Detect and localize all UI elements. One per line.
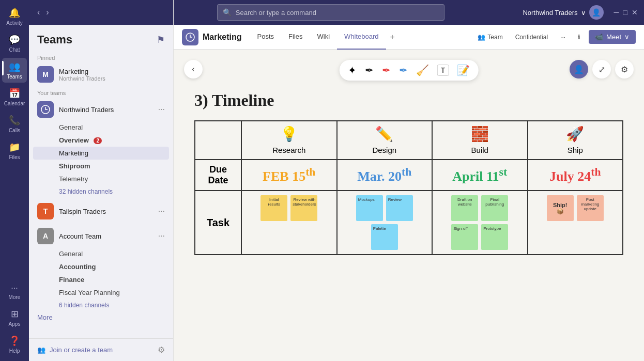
date-jul: July 24th xyxy=(528,160,623,191)
ship-label: Ship xyxy=(568,146,583,154)
timeline-table: 💡 Research ✏️ Design 🧱 Build 🚀 xyxy=(194,120,623,255)
team-button[interactable]: 👥 Team xyxy=(473,32,507,43)
channel-fiscal[interactable]: Fiscal Year Planning xyxy=(33,286,169,299)
close-button[interactable]: ✕ xyxy=(632,8,638,17)
rail-item-activity[interactable]: 🔔 Activity xyxy=(2,4,27,29)
sticky-initial-results: Initial results xyxy=(260,195,287,221)
nav-arrows: ‹ › xyxy=(35,7,51,18)
forward-arrow[interactable]: › xyxy=(44,7,51,18)
timeline-container: 3) Timeline 💡 Research ✏️ Design xyxy=(194,91,623,351)
channel-marketing[interactable]: Marketing xyxy=(33,147,169,160)
task-design: Mockups Review Palette xyxy=(337,191,433,255)
your-teams-label: Your teams xyxy=(33,86,169,98)
channel-finance[interactable]: Finance xyxy=(33,273,169,286)
filter-icon[interactable]: ⚑ xyxy=(157,34,165,45)
info-button[interactable]: ℹ xyxy=(574,32,585,43)
search-bar[interactable]: 🔍 xyxy=(217,4,444,21)
rail-label-calendar: Calendar xyxy=(4,101,25,106)
wb-tool-pen-red[interactable]: ✒ xyxy=(382,64,391,76)
channel-accounting[interactable]: Accounting xyxy=(33,260,169,273)
channel-general-1[interactable]: General xyxy=(33,121,169,134)
wb-tool-pen-black[interactable]: ✒ xyxy=(365,64,374,76)
northwind-avatar xyxy=(37,101,54,118)
phase-ship: 🚀 Ship xyxy=(528,121,623,160)
rail-item-calendar[interactable]: 📅 Calendar xyxy=(2,85,27,109)
pinned-marketing[interactable]: M Marketing Northwind Traders xyxy=(33,63,169,86)
search-input[interactable] xyxy=(236,9,439,17)
meet-label: Meet xyxy=(606,33,621,41)
info-icon: ℹ xyxy=(578,34,580,41)
join-icon: 👥 xyxy=(37,346,45,354)
channel-hidden-1[interactable]: 32 hidden channels xyxy=(33,185,169,198)
join-team-button[interactable]: 👥 Join or create a team xyxy=(37,346,113,354)
design-label: Design xyxy=(372,146,396,154)
tab-files[interactable]: Files xyxy=(281,25,310,50)
rail-label-teams: Teams xyxy=(7,74,22,80)
account-dots[interactable]: ··· xyxy=(158,231,165,241)
rail-label-apps: Apps xyxy=(9,321,21,327)
rail-item-help[interactable]: ❓ Help xyxy=(2,332,27,357)
channel-shiproom[interactable]: Shiproom xyxy=(33,160,169,172)
maximize-button[interactable]: □ xyxy=(623,8,627,17)
top-right: Northwind Traders ∨ 👤 ─ □ ✕ xyxy=(523,5,638,20)
team-tailspin[interactable]: T Tailspin Traders ··· xyxy=(33,200,169,223)
wb-tool-sticky[interactable]: 📝 xyxy=(457,64,470,76)
rail-item-chat[interactable]: 💬 Chat xyxy=(2,31,27,56)
wb-tool-pen-blue[interactable]: ✒ xyxy=(399,64,408,76)
wb-participant-button[interactable]: 👤 xyxy=(570,60,588,79)
wb-tool-select[interactable]: ✦ xyxy=(348,64,357,76)
meet-chevron: ∨ xyxy=(624,33,630,41)
channel-overview[interactable]: Overview 2 xyxy=(33,134,169,147)
settings-icon[interactable]: ⚙ xyxy=(158,345,165,355)
main-area: 🔍 Northwind Traders ∨ 👤 ─ □ ✕ Marketing xyxy=(174,0,644,361)
phase-design: ✏️ Design xyxy=(337,121,433,160)
sticky-review-stakeholders: Review with stakeholders xyxy=(290,195,317,221)
wb-settings-button[interactable]: ⚙ xyxy=(615,60,634,79)
wb-back-button[interactable]: ‹ xyxy=(184,60,203,79)
left-rail: 🔔 Activity 💬 Chat 👥 Teams 📅 Calendar 📞 C… xyxy=(0,0,29,361)
sticky-ship: Ship! 📦 xyxy=(547,195,574,221)
wb-share-button[interactable]: ⤢ xyxy=(592,60,611,79)
more-teams-label[interactable]: More xyxy=(33,311,169,323)
task-row: Task Initial results Review with stakeho… xyxy=(195,191,623,255)
rail-item-more[interactable]: ··· More xyxy=(2,280,27,303)
back-arrow[interactable]: ‹ xyxy=(35,7,42,18)
tailspin-dots[interactable]: ··· xyxy=(158,207,165,216)
task-label: Task xyxy=(195,191,241,255)
northwind-info: Northwind Traders xyxy=(59,106,158,114)
calls-icon: 📞 xyxy=(9,115,20,126)
rail-item-files[interactable]: 📁 Files xyxy=(2,138,27,163)
due-date-label: DueDate xyxy=(195,160,241,191)
team-northwind[interactable]: Northwind Traders ··· xyxy=(33,98,169,121)
wb-tool-text[interactable]: T xyxy=(437,65,449,76)
tab-whiteboard[interactable]: Whiteboard xyxy=(337,25,386,50)
wb-actions: 👤 ⤢ ⚙ xyxy=(570,60,634,79)
tab-posts[interactable]: Posts xyxy=(250,25,282,50)
confidential-button[interactable]: Confidential xyxy=(511,32,552,43)
task-ship: Ship! 📦 Post marketing update xyxy=(528,191,623,255)
header-right: 👥 Team Confidential ··· ℹ 📹 Meet ∨ xyxy=(473,30,636,44)
user-info[interactable]: Northwind Traders ∨ 👤 xyxy=(523,5,603,20)
more-options-button[interactable]: ··· xyxy=(556,32,570,43)
rail-item-teams[interactable]: 👥 Teams xyxy=(2,58,27,83)
team-account[interactable]: A Account Team ··· xyxy=(33,225,169,247)
rail-item-calls[interactable]: 📞 Calls xyxy=(2,112,27,136)
wb-tool-eraser[interactable]: 🧹 xyxy=(416,64,429,76)
search-icon: 🔍 xyxy=(223,8,232,17)
tailspin-name: Tailspin Traders xyxy=(59,208,158,215)
channel-hidden-2[interactable]: 6 hidden channels xyxy=(33,299,169,311)
add-tab-button[interactable]: + xyxy=(386,33,399,42)
rail-item-apps[interactable]: ⊞ Apps xyxy=(2,305,27,330)
tab-wiki[interactable]: Wiki xyxy=(310,25,338,50)
minimize-button[interactable]: ─ xyxy=(614,8,619,17)
due-date-row: DueDate FEB 15th Mar. 20th April 11st Ju… xyxy=(195,160,623,191)
rail-label-activity: Activity xyxy=(6,20,23,26)
channel-telemetry[interactable]: Telemetry xyxy=(33,172,169,185)
channel-general-2[interactable]: General xyxy=(33,247,169,260)
meet-button[interactable]: 📹 Meet ∨ xyxy=(589,30,636,44)
timeline-title: 3) Timeline xyxy=(194,91,623,110)
confidential-label: Confidential xyxy=(515,34,548,41)
northwind-dots[interactable]: ··· xyxy=(158,105,165,114)
research-icon: 💡 xyxy=(246,125,332,143)
date-mar: Mar. 20th xyxy=(337,160,433,191)
